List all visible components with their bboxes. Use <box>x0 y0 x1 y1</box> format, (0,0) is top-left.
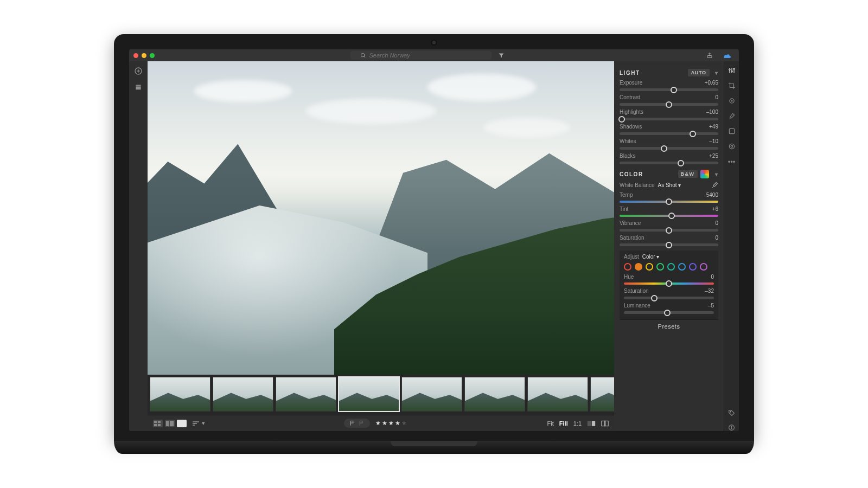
swatch[interactable] <box>624 263 631 271</box>
eyedropper-icon[interactable] <box>711 182 718 189</box>
search-input[interactable] <box>369 52 467 59</box>
brush-icon[interactable] <box>728 112 736 120</box>
detail-view-button[interactable] <box>165 420 175 427</box>
right-panel: LIGHT AUTO ▾ Exposure+0.65Contrast0Highl… <box>614 61 739 431</box>
svg-rect-18 <box>592 421 595 426</box>
slider-value: –5 <box>708 303 714 309</box>
thumbnail[interactable] <box>213 377 273 412</box>
thumbnail[interactable] <box>339 377 399 412</box>
white-balance-select[interactable]: As Shot ▾ <box>658 182 681 188</box>
slider-whites: Whites–10 <box>620 138 718 150</box>
thumbnail[interactable] <box>150 377 210 412</box>
swatch[interactable] <box>678 263 686 271</box>
rating-stars[interactable]: ★★★★★ <box>375 420 408 427</box>
slider-track[interactable] <box>620 201 718 203</box>
slider-thumb[interactable] <box>666 280 672 287</box>
info-icon[interactable] <box>728 424 735 431</box>
chevron-down-icon[interactable]: ▾ <box>712 171 719 177</box>
filmstrip[interactable] <box>148 375 614 415</box>
slider-track[interactable] <box>620 103 718 106</box>
crop-icon[interactable] <box>728 82 736 89</box>
zoom-fill[interactable]: Fill <box>559 420 568 427</box>
slider-thumb[interactable] <box>618 116 625 123</box>
tool-rail: ••• <box>724 61 739 431</box>
slider-hue: Hue0 <box>624 274 714 285</box>
slider-thumb[interactable] <box>668 213 675 219</box>
slider-track[interactable] <box>620 162 718 164</box>
flag-reject-icon[interactable] <box>359 420 365 426</box>
grid-view-button[interactable] <box>153 420 163 427</box>
svg-rect-31 <box>729 129 734 133</box>
slider-thumb[interactable] <box>666 227 672 234</box>
slider-thumb[interactable] <box>651 295 658 301</box>
share-icon[interactable] <box>703 52 716 59</box>
library-icon[interactable] <box>135 83 142 91</box>
slider-track[interactable] <box>620 229 718 232</box>
edit-sliders-icon[interactable] <box>728 67 736 74</box>
presets-button[interactable]: Presets <box>620 319 718 333</box>
adjust-select[interactable]: Color ▾ <box>642 254 660 260</box>
close-window-button[interactable] <box>133 53 138 58</box>
auto-button[interactable]: AUTO <box>688 69 710 76</box>
linear-gradient-icon[interactable] <box>728 127 736 135</box>
cloud-sync-icon[interactable] <box>719 52 735 59</box>
radial-gradient-icon[interactable] <box>728 143 736 150</box>
swatch[interactable] <box>646 263 653 271</box>
zoom-window-button[interactable] <box>150 53 155 58</box>
thumbnail[interactable] <box>401 377 462 412</box>
slider-track[interactable] <box>620 215 718 217</box>
search-field[interactable] <box>350 51 492 60</box>
slider-thumb[interactable] <box>666 198 672 205</box>
slider-track[interactable] <box>624 311 714 314</box>
slider-thumb[interactable] <box>671 87 677 93</box>
color-profile-icon[interactable] <box>700 170 709 178</box>
zoom-1to1[interactable]: 1:1 <box>573 420 582 427</box>
slider-thumb[interactable] <box>666 242 672 248</box>
swatch[interactable] <box>635 263 642 271</box>
flag-pick-icon[interactable] <box>349 420 355 426</box>
slider-saturation: Saturation–32 <box>624 288 714 299</box>
slider-luminance: Luminance–5 <box>624 303 714 314</box>
app-window: ▾ ★★★★★ Fit Fill 1:1 <box>129 49 739 431</box>
add-photos-icon[interactable] <box>134 67 143 75</box>
slider-thumb[interactable] <box>666 101 672 108</box>
svg-line-1 <box>363 56 365 57</box>
slider-track[interactable] <box>620 243 718 246</box>
slider-track[interactable] <box>624 297 714 299</box>
thumbnail[interactable] <box>464 377 525 412</box>
color-section-header[interactable]: COLOR B&W ▾ <box>620 170 718 178</box>
compare-icon[interactable] <box>601 420 609 427</box>
thumbnail[interactable] <box>276 377 336 412</box>
chevron-down-icon[interactable]: ▾ <box>712 70 719 76</box>
slider-value: +25 <box>709 153 718 159</box>
slider-track[interactable] <box>620 88 718 91</box>
light-section-header[interactable]: LIGHT AUTO ▾ <box>620 69 718 76</box>
more-icon[interactable]: ••• <box>728 158 736 166</box>
filter-icon[interactable] <box>495 52 508 59</box>
slider-track[interactable] <box>620 118 718 120</box>
swatch[interactable] <box>656 263 664 271</box>
swatch[interactable] <box>689 263 697 271</box>
laptop-frame: ▾ ★★★★★ Fit Fill 1:1 <box>114 34 754 454</box>
swatch[interactable] <box>667 263 675 271</box>
slider-thumb[interactable] <box>664 310 671 316</box>
slider-thumb[interactable] <box>690 131 696 137</box>
before-after-icon[interactable] <box>587 420 596 427</box>
single-view-button[interactable] <box>177 420 187 427</box>
slider-thumb[interactable] <box>661 145 667 152</box>
image-canvas[interactable] <box>148 61 614 375</box>
swatch[interactable] <box>700 263 707 271</box>
sort-button[interactable]: ▾ <box>192 420 205 427</box>
minimize-window-button[interactable] <box>142 53 146 58</box>
slider-thumb[interactable] <box>678 160 684 166</box>
thumbnail[interactable] <box>590 377 614 412</box>
slider-track[interactable] <box>620 132 718 135</box>
bw-toggle[interactable]: B&W <box>678 170 698 178</box>
svg-rect-9 <box>158 421 161 423</box>
slider-track[interactable] <box>624 282 714 285</box>
tag-icon[interactable] <box>728 409 735 416</box>
thumbnail[interactable] <box>527 377 588 412</box>
healing-icon[interactable] <box>728 97 736 105</box>
zoom-fit[interactable]: Fit <box>547 420 554 427</box>
slider-track[interactable] <box>620 147 718 150</box>
